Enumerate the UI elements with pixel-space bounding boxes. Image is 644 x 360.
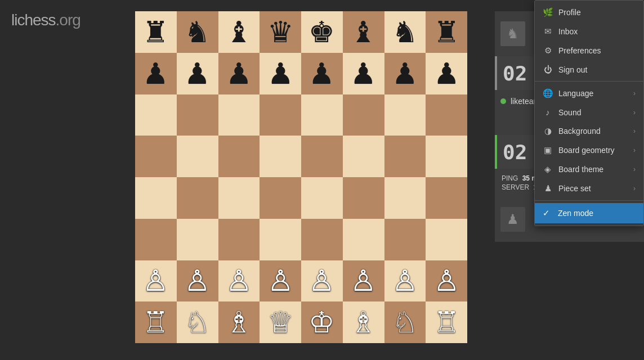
board-cell-2-4[interactable] xyxy=(301,94,343,136)
board-cell-5-0[interactable] xyxy=(135,219,177,260)
player-avatar: ♟ xyxy=(500,207,525,232)
chess-piece: ♙ xyxy=(184,266,211,295)
board-cell-0-0[interactable]: ♜ xyxy=(135,11,177,53)
board-cell-3-5[interactable] xyxy=(343,136,384,177)
board-cell-2-6[interactable] xyxy=(384,94,426,136)
menu-item-sound[interactable]: ♪ Sound › xyxy=(535,103,643,122)
board-cell-2-1[interactable] xyxy=(177,94,218,136)
menu-item-board-theme[interactable]: ◈ Board theme › xyxy=(535,160,643,179)
board-cell-4-2[interactable] xyxy=(218,177,260,219)
logo-tld: .org xyxy=(56,11,80,29)
board-cell-0-7[interactable]: ♜ xyxy=(426,11,467,53)
board-cell-7-3[interactable]: ♕ xyxy=(260,302,301,343)
sound-icon: ♪ xyxy=(543,107,553,117)
board-cell-5-3[interactable] xyxy=(260,219,301,260)
board-cell-2-5[interactable] xyxy=(343,94,384,136)
chess-piece: ♙ xyxy=(308,266,335,295)
language-icon: 🌐 xyxy=(543,88,553,98)
board-cell-7-0[interactable]: ♖ xyxy=(135,302,177,343)
board-cell-0-5[interactable]: ♝ xyxy=(343,11,384,53)
board-cell-7-6[interactable]: ♘ xyxy=(384,302,426,343)
board-cell-5-6[interactable] xyxy=(384,219,426,260)
menu-item-sign-out[interactable]: ⏻ Sign out xyxy=(535,60,643,79)
board-cell-3-4[interactable] xyxy=(301,136,343,177)
chess-piece: ♝ xyxy=(226,17,252,47)
menu-item-background[interactable]: ◑ Background › xyxy=(535,122,643,141)
board-cell-1-6[interactable]: ♟ xyxy=(384,53,426,94)
logo: lichess.org xyxy=(11,11,80,29)
zen-check-icon: ✓ xyxy=(543,208,550,218)
board-cell-0-2[interactable]: ♝ xyxy=(218,11,260,53)
board-cell-2-0[interactable] xyxy=(135,94,177,136)
board-cell-6-4[interactable]: ♙ xyxy=(301,260,343,302)
player-name: liketear xyxy=(511,97,536,106)
board-cell-5-1[interactable] xyxy=(177,219,218,260)
menu-item-zen-mode[interactable]: ✓ Zen mode xyxy=(535,203,643,223)
board-cell-4-5[interactable] xyxy=(343,177,384,219)
board-cell-4-7[interactable] xyxy=(426,177,467,219)
board-cell-6-7[interactable]: ♙ xyxy=(426,260,467,302)
menu-item-inbox[interactable]: ✉ Inbox xyxy=(535,22,643,41)
board-cell-2-2[interactable] xyxy=(218,94,260,136)
menu-item-language[interactable]: 🌐 Language › xyxy=(535,84,643,103)
board-cell-4-3[interactable] xyxy=(260,177,301,219)
board-cell-2-7[interactable] xyxy=(426,94,467,136)
preferences-label: Preferences xyxy=(558,46,601,55)
background-label: Background xyxy=(558,127,601,136)
board-cell-4-0[interactable] xyxy=(135,177,177,219)
board-cell-3-1[interactable] xyxy=(177,136,218,177)
board-cell-6-1[interactable]: ♙ xyxy=(177,260,218,302)
board-cell-7-7[interactable]: ♖ xyxy=(426,302,467,343)
board-cell-6-0[interactable]: ♙ xyxy=(135,260,177,302)
background-icon: ◑ xyxy=(543,126,553,136)
board-cell-1-0[interactable]: ♟ xyxy=(135,53,177,94)
board-cell-1-5[interactable]: ♟ xyxy=(343,53,384,94)
chess-piece: ♗ xyxy=(226,308,252,337)
menu-item-preferences[interactable]: ⚙ Preferences xyxy=(535,41,643,60)
board-cell-6-3[interactable]: ♙ xyxy=(260,260,301,302)
board-cell-0-6[interactable]: ♞ xyxy=(384,11,426,53)
menu-item-piece-set[interactable]: ♟ Piece set › xyxy=(535,179,643,198)
board-cell-7-4[interactable]: ♔ xyxy=(301,302,343,343)
menu-item-board-geometry[interactable]: ▣ Board geometry › xyxy=(535,141,643,160)
board-cell-3-3[interactable] xyxy=(260,136,301,177)
board-cell-3-7[interactable] xyxy=(426,136,467,177)
board-theme-icon: ◈ xyxy=(543,164,553,174)
board-cell-4-1[interactable] xyxy=(177,177,218,219)
board-cell-5-5[interactable] xyxy=(343,219,384,260)
board-cell-3-0[interactable] xyxy=(135,136,177,177)
board-cell-7-2[interactable]: ♗ xyxy=(218,302,260,343)
sign-out-icon: ⏻ xyxy=(543,65,553,74)
board-cell-0-3[interactable]: ♛ xyxy=(260,11,301,53)
board-geometry-arrow: › xyxy=(633,146,636,154)
board-cell-5-2[interactable] xyxy=(218,219,260,260)
board-cell-7-5[interactable]: ♗ xyxy=(343,302,384,343)
board-cell-1-2[interactable]: ♟ xyxy=(218,53,260,94)
menu-item-profile[interactable]: 🌿 Profile xyxy=(535,3,643,22)
board-cell-4-4[interactable] xyxy=(301,177,343,219)
board-cell-7-1[interactable]: ♘ xyxy=(177,302,218,343)
chess-piece: ♟ xyxy=(433,59,460,88)
board-cell-6-6[interactable]: ♙ xyxy=(384,260,426,302)
board-cell-0-1[interactable]: ♞ xyxy=(177,11,218,53)
chess-board[interactable]: ♜♞♝♛♚♝♞♜♟♟♟♟♟♟♟♟♙♙♙♙♙♙♙♙♖♘♗♕♔♗♘♖ xyxy=(135,11,467,343)
board-cell-2-3[interactable] xyxy=(260,94,301,136)
board-cell-3-6[interactable] xyxy=(384,136,426,177)
chess-piece: ♜ xyxy=(433,17,460,47)
board-cell-4-6[interactable] xyxy=(384,177,426,219)
board-cell-1-4[interactable]: ♟ xyxy=(301,53,343,94)
board-cell-5-7[interactable] xyxy=(426,219,467,260)
chess-piece: ♝ xyxy=(350,17,377,47)
chess-piece: ♞ xyxy=(392,17,418,47)
board-cell-6-2[interactable]: ♙ xyxy=(218,260,260,302)
board-cell-1-1[interactable]: ♟ xyxy=(177,53,218,94)
board-cell-5-4[interactable] xyxy=(301,219,343,260)
profile-icon: 🌿 xyxy=(543,7,553,17)
chess-piece: ♖ xyxy=(142,308,169,337)
board-cell-1-7[interactable]: ♟ xyxy=(426,53,467,94)
board-cell-0-4[interactable]: ♚ xyxy=(301,11,343,53)
board-cell-1-3[interactable]: ♟ xyxy=(260,53,301,94)
board-cell-6-5[interactable]: ♙ xyxy=(343,260,384,302)
sign-out-label: Sign out xyxy=(558,65,587,74)
board-cell-3-2[interactable] xyxy=(218,136,260,177)
